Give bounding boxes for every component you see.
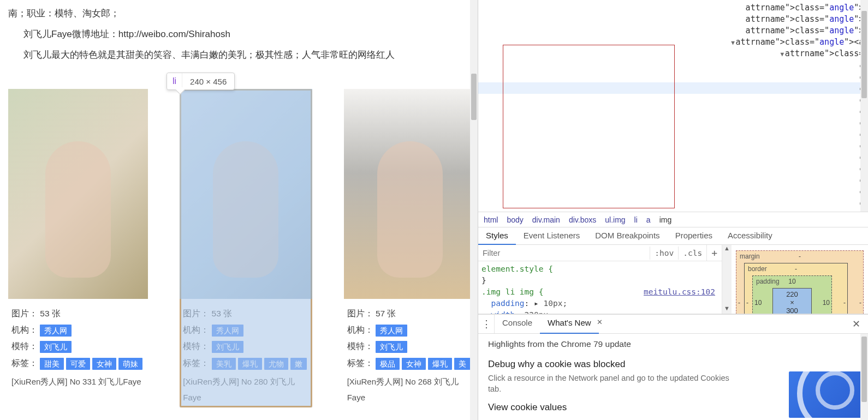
add-rule-button[interactable]: + (706, 245, 722, 261)
topic-tag[interactable]: 女神 (92, 358, 116, 370)
drawer-menu-icon[interactable]: ⋮ (478, 315, 495, 333)
tab-console[interactable]: Console (495, 315, 540, 333)
box-model-content: 220 × 300 (772, 288, 812, 314)
org-tag[interactable]: 秀人网 (212, 325, 243, 337)
styles-panel[interactable]: :hov .cls + element.style { } .img li im… (478, 245, 868, 314)
tab-whats-new[interactable]: What's New (540, 315, 599, 334)
box-model[interactable]: margin - - - border - - - padding 10 10 … (732, 245, 868, 314)
topic-tag[interactable]: 可爱 (66, 358, 90, 370)
card-caption[interactable]: [XiuRen秀人网] No 280 刘飞儿Faye (183, 374, 308, 406)
hov-toggle[interactable]: :hov (650, 247, 678, 260)
gallery: li 240 × 456 图片： 53 张机构： 秀人网模特： 刘飞儿标签： 甜… (8, 89, 469, 407)
whats-new-headline: Highlights from the Chrome 79 update (488, 339, 858, 349)
dom-node[interactable]: ▸attrname">class="angle"><attrname">clas… (478, 59, 868, 71)
dom-node[interactable]: ▸attrname">class="angle"><attrname">clas… (478, 163, 868, 174)
model-tag[interactable]: 刘飞儿 (40, 341, 72, 353)
whats-new-heading[interactable]: Debug why a cookie was blocked (488, 359, 858, 370)
inspector-tooltip: li 240 × 456 (167, 73, 235, 90)
dom-node[interactable]: ▸attrname">class="angle"><attrname">clas… (478, 94, 868, 105)
tab-properties[interactable]: Properties (668, 227, 720, 244)
console-drawer-tabs[interactable]: ⋮ Console What's New ✕ ✕ (478, 314, 868, 334)
dom-node[interactable]: ▸attrname">class="angle"><attrname">clas… (478, 105, 868, 117)
model-tag[interactable]: 刘飞儿 (376, 341, 407, 353)
elements-scrollbar[interactable] (860, 0, 868, 212)
topic-tag[interactable]: 爆乳 (428, 358, 452, 370)
dom-node[interactable]: ▼attrname">class="angle"><attrname">clas… (478, 37, 868, 48)
dom-node[interactable]: ▸attrname">class="angle"><attrname">clas… (478, 71, 868, 82)
styles-scrollbar[interactable]: ▲▼ (722, 245, 732, 314)
breadcrumb-item[interactable]: ul.img (605, 215, 625, 224)
tab-event-listeners[interactable]: Event Listeners (516, 227, 587, 244)
dom-node[interactable]: ▸attrname">class="angle"><attrname">clas… (478, 197, 868, 208)
dom-node[interactable]: attrname">class="angle"><attrname">class… (478, 25, 868, 37)
breadcrumb-item[interactable]: li (634, 215, 638, 224)
elements-panel[interactable]: attrname">class="angle"><attrname">class… (478, 0, 868, 212)
breadcrumb-item[interactable]: div.boxs (569, 215, 596, 224)
page-content: 南；职业：模特、淘女郎； 刘飞儿Faye微博地址：http://weibo.co… (0, 0, 478, 420)
bio-line-2[interactable]: 刘飞儿Faye微博地址：http://weibo.com/Shirahosh (8, 25, 469, 44)
topic-tag[interactable]: 美 (454, 358, 471, 370)
tab-accessibility[interactable]: Accessibility (720, 227, 780, 244)
whats-new-text: Click a resource in the Network panel an… (488, 373, 739, 394)
dom-node[interactable]: attrname">class="angle"><attrname">class… (478, 14, 868, 25)
topic-tag[interactable]: 尤物 (264, 358, 288, 370)
breadcrumb-item[interactable]: div.main (532, 215, 560, 224)
styles-filter-input[interactable] (478, 245, 650, 261)
topic-tag[interactable]: 甜美 (40, 358, 64, 370)
dom-node[interactable]: ▸attrname">class="angle"><attrname">clas… (478, 208, 868, 212)
whats-new-illustration (789, 371, 863, 418)
topic-tag[interactable]: 萌妹 (118, 358, 142, 370)
whats-new-panel: Highlights from the Chrome 79 update Deb… (478, 334, 868, 420)
dom-node[interactable]: ▸attrname">class="angle"><attrname">clas… (478, 82, 868, 94)
dom-node[interactable]: attrname">class="angle"><attrname">class… (478, 2, 868, 14)
dom-node[interactable]: ▸attrname">class="angle"><attrname">clas… (478, 151, 868, 163)
dom-node[interactable]: ▸attrname">class="angle"><attrname">clas… (478, 117, 868, 128)
cls-toggle[interactable]: .cls (678, 247, 706, 260)
topic-tag[interactable]: 爆乳 (238, 358, 262, 370)
devtools-panel: attrname">class="angle"><attrname">class… (478, 0, 868, 420)
tab-dom-breakpoints[interactable]: DOM Breakpoints (587, 227, 667, 244)
bio-line-3: 刘飞儿最大的特色就是其甜美的笑容、丰满白嫩的美乳；极其性感；人气非常旺的网络红人 (8, 46, 469, 64)
topic-tag[interactable]: 女神 (402, 358, 426, 370)
dom-node[interactable]: ▸attrname">class="angle"><attrname">clas… (478, 140, 868, 151)
close-drawer-icon[interactable]: ✕ (845, 315, 868, 333)
gallery-card[interactable]: 图片： 53 张机构： 秀人网模特： 刘飞儿标签： 美乳爆乳尤物嫩[XiuRen… (180, 89, 312, 407)
topic-tag[interactable]: 嫩 (290, 358, 307, 370)
page-scrollbar[interactable] (470, 0, 478, 420)
breadcrumb-item[interactable]: html (484, 215, 498, 224)
dom-node[interactable]: ▸attrname">class="angle"><attrname">clas… (478, 128, 868, 140)
tab-styles[interactable]: Styles (478, 227, 516, 245)
model-tag[interactable]: 刘飞儿 (212, 341, 243, 353)
topic-tag[interactable]: 美乳 (212, 358, 236, 370)
gallery-card[interactable]: 图片： 57 张机构： 秀人网模特： 刘飞儿标签： 极品女神爆乳美[XiuRen… (344, 89, 476, 407)
card-caption[interactable]: [XiuRen秀人网] No 268 刘飞儿Faye (347, 374, 473, 406)
dom-node[interactable]: ▼attrname">class="angle"><attrname">clas… (478, 48, 868, 59)
drawer-scrollbar[interactable] (860, 334, 868, 420)
styles-rules[interactable]: element.style { } .img li img {meitulu.c… (478, 261, 722, 314)
breadcrumb-item[interactable]: body (507, 215, 523, 224)
card-caption[interactable]: [XiuRen秀人网] No 331 刘飞儿Faye (11, 374, 145, 389)
org-tag[interactable]: 秀人网 (376, 325, 407, 337)
gallery-thumb[interactable] (180, 89, 312, 299)
org-tag[interactable]: 秀人网 (40, 325, 72, 337)
breadcrumb-item[interactable]: img (659, 215, 672, 224)
dom-node[interactable]: ▸attrname">class="angle"><attrname">clas… (478, 174, 868, 185)
gallery-card[interactable]: 图片： 53 张机构： 秀人网模特： 刘飞儿标签： 甜美可爱女神萌妹[XiuRe… (8, 89, 148, 407)
source-link[interactable]: meitulu.css:102 (644, 286, 718, 298)
styles-tabs[interactable]: StylesEvent ListenersDOM BreakpointsProp… (478, 227, 868, 245)
gallery-thumb[interactable] (8, 89, 148, 299)
breadcrumb-item[interactable]: a (646, 215, 651, 224)
topic-tag[interactable]: 极品 (376, 358, 400, 370)
gallery-thumb[interactable] (344, 89, 476, 299)
close-tab-icon[interactable]: ✕ (594, 315, 605, 333)
dom-node[interactable]: ▸attrname">class="angle"><attrname">clas… (478, 185, 868, 197)
breadcrumb[interactable]: htmlbodydiv.maindiv.boxsul.imgliaimg (478, 212, 868, 227)
tooltip-dims: 240 × 456 (182, 74, 234, 89)
bio-line-1: 南；职业：模特、淘女郎； (8, 4, 469, 23)
